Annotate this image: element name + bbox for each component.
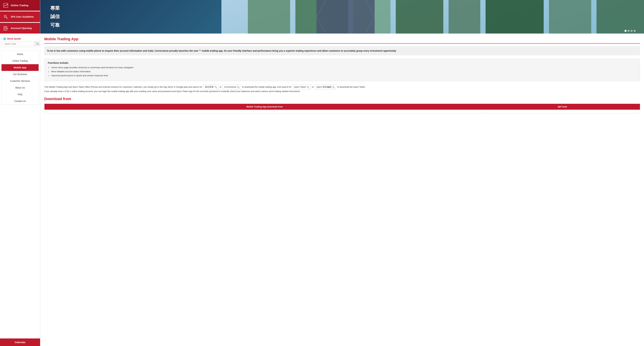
search-box-ayers-pincode[interactable]: Ayers 保安編碼 🔍 <box>315 84 336 89</box>
download-qr-cell <box>485 110 640 113</box>
2fa-guideline-button[interactable]: 2FA User Guideline <box>0 11 40 22</box>
nav-our-business[interactable]: Our Business <box>2 71 38 78</box>
functions-title: Functions include: <box>48 61 636 64</box>
svg-rect-15 <box>549 0 591 33</box>
svg-rect-4 <box>4 26 7 30</box>
2fa-guideline-label: 2FA User Guideline <box>11 15 34 18</box>
account-opening-label: Account Opening <box>11 27 32 30</box>
stock-quote-title: 🌐 Stock Quote <box>3 37 37 40</box>
stock-search-button[interactable]: 🔍 <box>34 41 40 46</box>
function-item-2: ✓ More detailed account status informati… <box>48 70 636 73</box>
svg-rect-12 <box>396 0 443 33</box>
search-ayers-button[interactable]: 🔍 <box>307 86 309 88</box>
online-trading-button[interactable]: Online Trading <box>0 0 40 11</box>
intro-text: To be in line with customers using mobil… <box>47 49 396 52</box>
online-trading-label: Online Trading <box>11 4 28 7</box>
stock-code-input[interactable] <box>3 41 34 46</box>
download-col-header-1: Mobile Trading App download from <box>44 104 485 110</box>
key-icon <box>3 14 9 20</box>
hero-dot-4[interactable] <box>634 30 636 32</box>
search-box-ayers-token[interactable]: Ayers Token 🔍 <box>292 84 311 89</box>
search-cornerstone-button[interactable]: 🔍 <box>237 86 240 88</box>
function-item-3: ✓ Improved performance in speed and shor… <box>48 74 636 77</box>
nav-mobile-app[interactable]: Mobile App <box>2 64 38 71</box>
nav-menu: Home Online Trading Mobile App Our Busin… <box>1 51 39 105</box>
function-item-1: ✓ Home menu page provides shortcuts to c… <box>48 66 636 69</box>
download-app-cell <box>44 110 485 113</box>
check-icon-3: ✓ <box>48 74 50 77</box>
search-box-chinese[interactable]: 基石證券 🔍 <box>204 84 218 89</box>
nav-home[interactable]: Home <box>2 51 38 57</box>
svg-rect-16 <box>596 0 644 33</box>
svg-rect-14 <box>486 0 544 33</box>
page-title: Mobile Trading App <box>44 37 640 41</box>
nav-customer-services[interactable]: Customer Services <box>2 78 38 84</box>
download-table-row <box>44 110 640 113</box>
hero-dot-1[interactable] <box>624 30 626 32</box>
globe-icon: 🌐 <box>3 37 6 40</box>
hero-dot-2[interactable] <box>628 30 630 32</box>
functions-box: Functions include: ✓ Home menu page prov… <box>44 59 640 81</box>
content-area: Mobile Trading App To be in line with cu… <box>40 33 644 117</box>
download-title: Download from <box>44 97 640 101</box>
hero-dots[interactable] <box>624 30 636 32</box>
check-icon-2: ✓ <box>48 70 50 73</box>
edit-icon <box>3 25 9 31</box>
sidebar-top-buttons: Online Trading 2FA User Guideline <box>0 0 40 34</box>
hero-dot-3[interactable] <box>630 30 632 32</box>
hero-banner: 專業 誠信 可靠 <box>40 0 644 33</box>
search-chinese-button[interactable]: 🔍 <box>214 86 217 88</box>
download-table: Mobile Trading App download from QR Code <box>44 104 640 113</box>
svg-rect-17 <box>316 0 374 33</box>
download-section: Download from Mobile Trading App downloa… <box>44 97 640 113</box>
calendar-button[interactable]: Calendar <box>0 339 40 346</box>
intro-box: To be in line with customers using mobil… <box>44 46 640 55</box>
check-icon-1: ✓ <box>48 66 50 69</box>
nav-faq[interactable]: FAQ <box>2 91 38 98</box>
main-content: 專業 誠信 可靠 Mobile Trading App To be in lin… <box>40 0 644 346</box>
account-opening-button[interactable]: Account Opening <box>0 23 40 33</box>
svg-rect-13 <box>448 0 480 33</box>
svg-line-2 <box>6 17 8 18</box>
nav-about-us[interactable]: About Us <box>2 84 38 91</box>
sidebar: Online Trading 2FA User Guideline <box>0 0 40 346</box>
nav-contact-us[interactable]: Contact Us <box>2 98 38 104</box>
body-text-1: This Mobile Trading App and Ayers Token … <box>44 84 640 93</box>
hero-chinese-text: 專業 誠信 可靠 <box>50 4 60 29</box>
nav-online-trading[interactable]: Online Trading <box>2 57 38 64</box>
stock-search-box: 🔍 <box>3 41 37 46</box>
chart-icon <box>3 2 9 8</box>
search-ayers-pincode-button[interactable]: 🔍 <box>332 86 335 88</box>
svg-rect-9 <box>248 0 290 33</box>
stock-quote-section: 🌐 Stock Quote 🔍 <box>1 35 39 48</box>
title-divider <box>44 43 640 43</box>
search-box-cornerstone[interactable]: Cornerstone 🔍 <box>222 84 241 89</box>
download-col-header-2: QR Code <box>485 104 640 110</box>
